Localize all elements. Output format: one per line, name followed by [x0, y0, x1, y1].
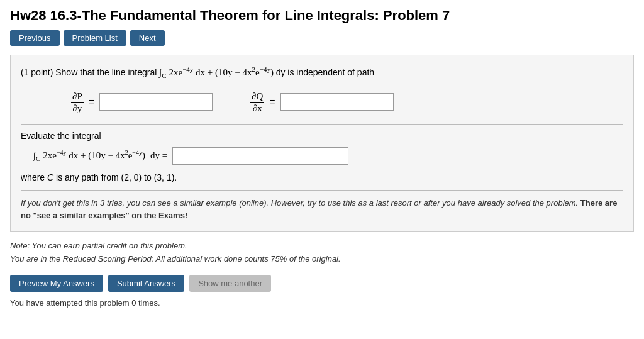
preview-answers-button[interactable]: Preview My Answers [10, 275, 103, 292]
note-line1: Note: You can earn partial credit on thi… [10, 240, 634, 253]
partial-P-input[interactable] [99, 93, 213, 111]
attempted-note: You have attempted this problem 0 times. [10, 298, 634, 308]
integral-answer-input[interactable] [172, 147, 348, 165]
note-section: Note: You can earn partial credit on thi… [10, 240, 634, 266]
statement-text: Show that the line integral [55, 67, 159, 77]
problem-box: (1 point) Show that the line integral ∫C… [10, 55, 634, 232]
evaluate-label: Evaluate the integral [21, 131, 623, 141]
partial-P-numerator: ∂P [71, 91, 84, 103]
divider-1 [21, 124, 623, 125]
hint-text: If you don't get this in 3 tries, you ca… [21, 198, 578, 208]
note-line2: You are in the Reduced Scoring Period: A… [10, 253, 634, 266]
partial-P-group: ∂P ∂y = [71, 91, 213, 114]
partial-Q-input[interactable] [280, 93, 394, 111]
dy-equals: dy = [150, 150, 167, 161]
path-info: where C is any path from (2, 0) to (3, 1… [21, 172, 623, 182]
partial-derivatives-row: ∂P ∂y = ∂Q ∂x = [21, 91, 623, 114]
page-title: Hw28 16.3-The Fundamental Theorem for Li… [10, 8, 634, 24]
show-another-button: Show me another [189, 275, 271, 292]
partial-Q-group: ∂Q ∂x = [250, 91, 394, 114]
problem-statement: (1 point) Show that the line integral ∫C… [21, 64, 623, 82]
submit-answers-button[interactable]: Submit Answers [108, 275, 184, 292]
problem-list-button[interactable]: Problem List [64, 30, 126, 46]
partial-P-denominator: ∂y [71, 103, 83, 114]
equals-sign-2: = [269, 96, 275, 108]
partial-Q-denominator: ∂x [252, 103, 264, 114]
integral-c-expression: ∫C 2xe−4y dx + (10y − 4x2e−4y) [33, 149, 145, 162]
dy-suffix: dy is independent of path [276, 67, 374, 77]
partial-Q-fraction: ∂Q ∂x [250, 91, 264, 114]
integral-expression: ∫C 2xe−4y dx + (10y − 4x2e−4y) [159, 67, 275, 77]
partial-Q-numerator: ∂Q [250, 91, 264, 103]
partial-P-fraction: ∂P ∂y [71, 91, 84, 114]
next-button[interactable]: Next [130, 30, 165, 46]
divider-2 [21, 190, 623, 191]
points-label: (1 point) [21, 67, 53, 77]
nav-buttons: Previous Problem List Next [10, 30, 634, 46]
equals-sign-1: = [89, 96, 94, 108]
hint-box: If you don't get this in 3 tries, you ca… [21, 197, 623, 223]
previous-button[interactable]: Previous [10, 30, 60, 46]
bottom-buttons: Preview My Answers Submit Answers Show m… [10, 275, 634, 292]
integral-row: ∫C 2xe−4y dx + (10y − 4x2e−4y) dy = [21, 147, 623, 165]
